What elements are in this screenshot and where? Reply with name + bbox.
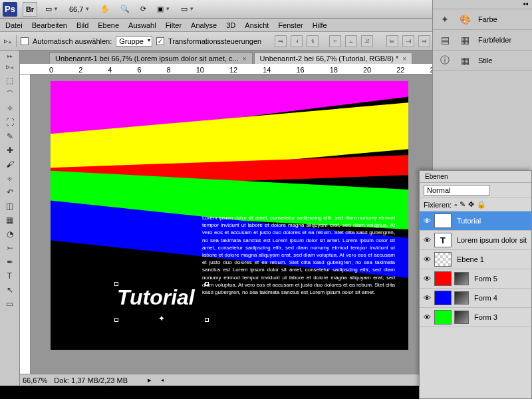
- menu-ansicht[interactable]: Ansicht: [245, 21, 269, 29]
- auto-select-checkbox[interactable]: [21, 37, 29, 45]
- distribute-btn[interactable]: ⫢: [386, 35, 398, 47]
- visibility-icon[interactable]: 👁: [422, 217, 432, 225]
- swatches-icon: ▦: [458, 33, 471, 47]
- navigator-icon: ✦: [438, 13, 452, 26]
- type-tool[interactable]: T: [2, 269, 18, 283]
- move-tool[interactable]: ▹₊: [2, 60, 18, 73]
- layer-row[interactable]: 👁Form 4: [420, 289, 531, 308]
- doc-tab[interactable]: Unbenannt-1 bei 66,7% (Lorem ipsum dolor…: [49, 53, 253, 64]
- layer-name: Ebene 1: [457, 255, 484, 263]
- transform-handle[interactable]: [205, 318, 209, 322]
- bridge-logo-icon[interactable]: Br: [23, 2, 37, 17]
- layer-row[interactable]: 👁TTutorial: [420, 211, 531, 231]
- history-brush-tool[interactable]: ↶: [2, 186, 18, 199]
- align-btn[interactable]: ⫮: [307, 35, 319, 47]
- menu-3d[interactable]: 3D: [226, 21, 235, 29]
- transform-handle[interactable]: [114, 318, 118, 322]
- headline-text[interactable]: Tutorial: [117, 285, 195, 310]
- canvas[interactable]: Lorem ipsum dolor sit amet, consetetur s…: [51, 81, 408, 350]
- align-btn[interactable]: ⫬: [275, 35, 287, 47]
- menu-analyse[interactable]: Analyse: [191, 21, 217, 29]
- visibility-icon[interactable]: 👁: [422, 313, 432, 321]
- zoom-display[interactable]: 66,7 ▼: [66, 5, 92, 13]
- lock-paint-icon[interactable]: ✎: [460, 200, 466, 209]
- visibility-icon[interactable]: 👁: [422, 275, 432, 283]
- blur-tool[interactable]: ◔: [2, 227, 18, 241]
- distribute-btn[interactable]: ⫤: [418, 35, 430, 47]
- lock-move-icon[interactable]: ✥: [468, 200, 474, 209]
- eyedropper-tool[interactable]: ✎: [2, 130, 18, 143]
- lock-transparency-icon[interactable]: ▫: [454, 201, 457, 209]
- dodge-tool[interactable]: ⤚: [2, 241, 18, 255]
- color-icon: 🎨: [458, 13, 471, 26]
- layer-name: Form 3: [474, 313, 497, 321]
- panel-shortcut[interactable]: ▤ ▦ Farbfelder: [433, 30, 532, 51]
- visibility-icon[interactable]: 👁: [422, 236, 432, 244]
- screen-mode[interactable]: ▭▼: [178, 5, 197, 13]
- panel-shortcut[interactable]: ✦ 🎨 Farbe: [433, 9, 532, 30]
- lock-label: Fixieren:: [424, 201, 452, 209]
- menu-bild[interactable]: Bild: [76, 21, 88, 29]
- stamp-tool[interactable]: ⟐: [2, 172, 18, 185]
- rotate-icon[interactable]: ⟳: [138, 5, 149, 13]
- transform-center-icon[interactable]: ✦: [158, 314, 165, 323]
- shape-tool[interactable]: ▭: [2, 297, 18, 311]
- gradient-tool[interactable]: ▦: [2, 213, 18, 227]
- align-btn[interactable]: ⫞: [291, 35, 303, 47]
- align-btn[interactable]: ⫠: [345, 35, 357, 47]
- transform-handle[interactable]: [114, 282, 118, 286]
- auto-select-label: Automatisch auswählen:: [33, 37, 112, 45]
- histogram-icon: ▤: [438, 33, 452, 47]
- transform-checkbox[interactable]: ✓: [156, 37, 164, 45]
- marquee-tool[interactable]: ⬚: [2, 74, 18, 87]
- scroll-left-icon[interactable]: ◂: [161, 377, 164, 383]
- layer-row[interactable]: 👁Ebene 1: [420, 250, 531, 269]
- menu-filter[interactable]: Filter: [166, 21, 182, 29]
- distribute-btn[interactable]: ⫣: [402, 35, 414, 47]
- blend-mode-select[interactable]: Normal: [424, 185, 490, 196]
- close-icon[interactable]: ×: [402, 55, 406, 63]
- group-select[interactable]: Gruppe ▾: [116, 36, 152, 47]
- layer-row[interactable]: 👁Form 5: [420, 269, 531, 289]
- menu-datei[interactable]: Datei: [5, 21, 23, 29]
- status-arrow-icon[interactable]: ▸: [148, 376, 152, 384]
- lasso-tool[interactable]: ⌒: [2, 88, 18, 101]
- close-icon[interactable]: ×: [243, 55, 247, 63]
- menu-hilfe[interactable]: Hilfe: [313, 21, 327, 29]
- layer-row[interactable]: 👁Form 3: [420, 308, 531, 327]
- collapse-icon[interactable]: ◂◂: [433, 0, 532, 9]
- pen-tool[interactable]: ✒: [2, 255, 18, 269]
- panel-shortcut[interactable]: ⓘ ▦ Stile: [433, 51, 532, 71]
- menu-ebene[interactable]: Ebene: [98, 21, 119, 29]
- visibility-icon[interactable]: 👁: [422, 294, 432, 302]
- wand-tool[interactable]: ✧: [2, 102, 18, 115]
- menu-bearbeiten[interactable]: Bearbeiten: [32, 21, 67, 29]
- heal-tool[interactable]: ✚: [2, 144, 18, 157]
- layers-tab[interactable]: Ebenen: [420, 171, 531, 183]
- layers-panel[interactable]: Ebenen Normal Fixieren: ▫ ✎ ✥ 🔒 👁TTutori…: [419, 170, 532, 399]
- align-btn[interactable]: ⫟: [329, 35, 341, 47]
- eraser-tool[interactable]: ◫: [2, 200, 18, 213]
- transform-handle[interactable]: [205, 282, 209, 286]
- zoom-tool-icon[interactable]: 🔍: [118, 5, 132, 13]
- menu-fenster[interactable]: Fenster: [278, 21, 303, 29]
- align-btn[interactable]: ⫡: [361, 35, 373, 47]
- ruler-vertical: [20, 74, 31, 386]
- brush-tool[interactable]: 🖌: [2, 158, 18, 171]
- crop-tool[interactable]: ⛶: [2, 116, 18, 129]
- menu-auswahl[interactable]: Auswahl: [128, 21, 156, 29]
- ps-logo-icon: Ps: [3, 2, 17, 17]
- visibility-icon[interactable]: 👁: [422, 255, 432, 263]
- transform-label: Transformationssteuerungen: [168, 37, 261, 45]
- layer-name: Form 4: [474, 294, 497, 302]
- layer-name: Lorem ipsum dolor sit: [457, 236, 527, 244]
- hand-tool-icon[interactable]: ✋: [98, 5, 112, 13]
- path-tool[interactable]: ↖: [2, 283, 18, 297]
- lock-all-icon[interactable]: 🔒: [477, 200, 486, 209]
- doc-tab[interactable]: Unbenannt-2 bei 66,7% (Tutorial, RGB/8) …: [254, 53, 413, 64]
- status-zoom[interactable]: 66,67%: [23, 376, 47, 384]
- window-arrange[interactable]: ▣▼: [154, 5, 173, 13]
- layout-selector[interactable]: ▭▼: [43, 5, 61, 13]
- styles-icon: ▦: [458, 54, 471, 67]
- layer-row[interactable]: 👁TLorem ipsum dolor sit: [420, 231, 531, 250]
